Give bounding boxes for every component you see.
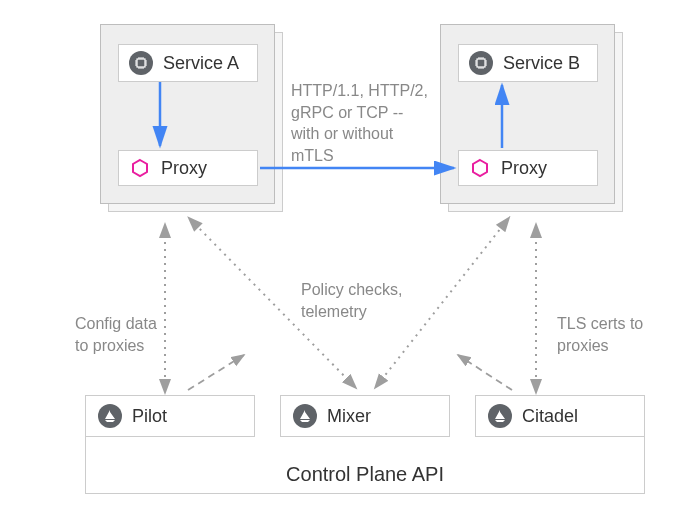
- hexagon-icon: [129, 157, 151, 179]
- traffic-annotation: HTTP/1.1, HTTP/2, gRPC or TCP -- with or…: [291, 80, 428, 166]
- arrow-citadel-diagonal: [458, 355, 512, 390]
- proxy-b-box: Proxy: [458, 150, 598, 186]
- service-a-box: Service A: [118, 44, 258, 82]
- service-a-label: Service A: [163, 53, 239, 74]
- svg-marker-13: [133, 160, 147, 176]
- proxy-a-label: Proxy: [161, 158, 207, 179]
- policy-annotation: Policy checks, telemetry: [301, 279, 402, 322]
- pilot-label: Pilot: [132, 406, 167, 427]
- svg-rect-14: [477, 59, 485, 67]
- mixer-box: Mixer: [280, 395, 450, 437]
- service-b-box: Service B: [458, 44, 598, 82]
- sail-icon: [293, 404, 317, 428]
- svg-marker-27: [473, 160, 487, 176]
- pilot-box: Pilot: [85, 395, 255, 437]
- hexagon-icon: [469, 157, 491, 179]
- citadel-box: Citadel: [475, 395, 645, 437]
- sail-icon: [98, 404, 122, 428]
- proxy-b-label: Proxy: [501, 158, 547, 179]
- citadel-label: Citadel: [522, 406, 578, 427]
- service-b-label: Service B: [503, 53, 580, 74]
- chip-icon: [129, 51, 153, 75]
- proxy-a-box: Proxy: [118, 150, 258, 186]
- mixer-label: Mixer: [327, 406, 371, 427]
- arrow-pilot-diagonal: [188, 355, 244, 390]
- config-annotation: Config data to proxies: [75, 313, 157, 356]
- svg-rect-0: [137, 59, 145, 67]
- chip-icon: [469, 51, 493, 75]
- control-plane-api-label: Control Plane API: [286, 463, 444, 485]
- tls-annotation: TLS certs to proxies: [557, 313, 643, 356]
- sail-icon: [488, 404, 512, 428]
